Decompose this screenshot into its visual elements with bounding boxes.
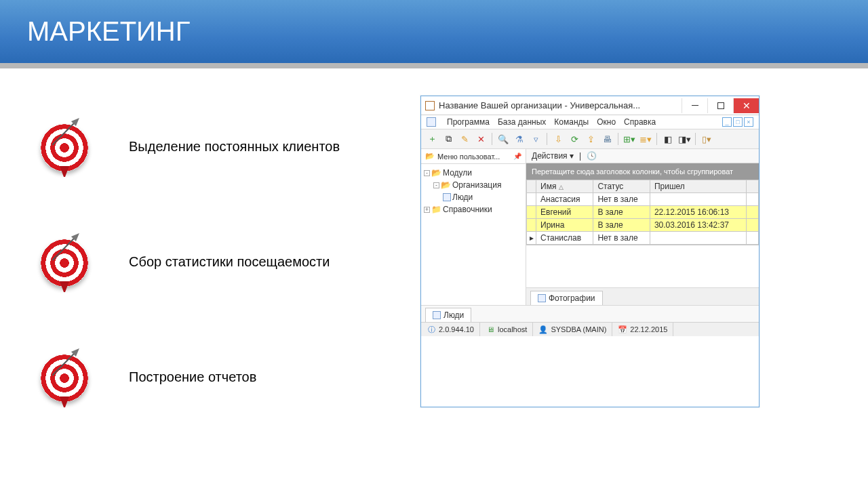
tab-people[interactable]: Люди: [425, 308, 471, 322]
table-row: ▸СтаниславНет в зале: [527, 232, 759, 245]
menu-item[interactable]: Команды: [554, 117, 589, 127]
sidebar: 📂 Меню пользоват... 📌 -📂Модули -📂Организ…: [421, 149, 526, 305]
col-status: Статус: [593, 180, 650, 193]
table-row: ИринаВ зале30.03.2016 13:42:37: [527, 219, 759, 232]
menu-item[interactable]: Программа: [447, 117, 490, 127]
pin-icon[interactable]: 📌: [513, 152, 521, 160]
bullet-text: Построение отчетов: [129, 369, 256, 385]
bullet-text: Сбор статистики посещаемости: [129, 254, 330, 270]
window-title: Название Вашей организации - Универсальн…: [439, 100, 682, 110]
titlebar[interactable]: Название Вашей организации - Универсальн…: [421, 96, 759, 115]
filter-button[interactable]: ⚗: [513, 132, 526, 146]
target-icon: [41, 346, 102, 407]
close-button[interactable]: ✕: [733, 98, 759, 113]
status-version: ⓘ2.0.944.10: [421, 323, 480, 336]
action2-button[interactable]: ◨▾: [677, 132, 691, 146]
tree-node-references[interactable]: +📁Справочники: [424, 203, 523, 216]
target-icon: [41, 116, 102, 177]
menu-item[interactable]: База данных: [498, 117, 546, 127]
toolbar: ＋ ⧉ ✎ ✕ 🔍 ⚗ ▿ ⇩ ⟳ ⇪ 🖶 ⊞▾ ≣▾ ◧ ◨▾ ▯▾: [421, 129, 759, 149]
tab-photos[interactable]: Фотографии: [530, 291, 603, 305]
document-icon: [427, 117, 436, 127]
statusbar: ⓘ2.0.944.10 🖥localhost 👤SYSDBA (MAIN) 📅2…: [421, 322, 759, 336]
detail-tabs: Фотографии: [526, 287, 759, 305]
application-window: Название Вашей организации - Универсальн…: [420, 96, 760, 407]
app-icon: [425, 101, 435, 110]
edit-button[interactable]: ✎: [458, 132, 471, 146]
menubar: Программа База данных Команды Окно Справ…: [421, 115, 759, 129]
bottom-tabs: Люди: [421, 305, 759, 322]
status-user: 👤SYSDBA (MAIN): [533, 323, 612, 336]
action1-button[interactable]: ◧: [661, 132, 675, 146]
mdi-buttons[interactable]: _□×: [722, 117, 753, 127]
main-panel: Действия ▾ | 🕓 Перетащите сюда заголовок…: [526, 149, 759, 305]
refresh-button[interactable]: ⟳: [568, 132, 581, 146]
tree-node-organization[interactable]: -📂Организация: [424, 179, 523, 191]
col-arrived: Пришел: [650, 180, 746, 193]
print-button[interactable]: 🖶: [600, 132, 614, 146]
maximize-button[interactable]: [707, 98, 733, 113]
sidebar-header: 📂 Меню пользоват... 📌: [421, 149, 526, 164]
tree-node-people[interactable]: Люди: [424, 191, 523, 203]
bullet-list: Выделение постоянных клиентов Сбор стати…: [41, 96, 393, 407]
col-name: Имя △: [536, 180, 593, 193]
folder-icon: 📂: [425, 152, 435, 161]
bullet-item: Построение отчетов: [41, 346, 393, 407]
import-button[interactable]: ⇩: [551, 132, 565, 146]
group-panel[interactable]: Перетащите сюда заголовок колонки, чтобы…: [526, 163, 759, 180]
funnel-button[interactable]: ▿: [529, 132, 542, 146]
status-date: 📅22.12.2015: [612, 323, 673, 336]
menu-item[interactable]: Справка: [624, 117, 656, 127]
minimize-button[interactable]: [682, 98, 707, 113]
bullet-item: Выделение постоянных клиентов: [41, 116, 393, 177]
slide-title: МАРКЕТИНГ: [0, 0, 868, 68]
sidebar-title: Меню пользоват...: [437, 152, 500, 161]
menu-item[interactable]: Окно: [597, 117, 616, 127]
actions-dropdown[interactable]: Действия ▾: [532, 151, 574, 161]
tree-node-modules[interactable]: -📂Модули: [424, 167, 523, 179]
delete-button[interactable]: ✕: [474, 132, 488, 146]
target-icon: [41, 231, 102, 292]
book-button[interactable]: ▯▾: [700, 132, 713, 146]
copy-button[interactable]: ⧉: [441, 132, 455, 146]
status-host: 🖥localhost: [480, 323, 533, 336]
actions-bar: Действия ▾ | 🕓: [526, 149, 759, 163]
table-row: ЕвгенийВ зале22.12.2015 16:06:13: [527, 206, 759, 219]
search-button[interactable]: 🔍: [496, 132, 510, 146]
bullet-item: Сбор статистики посещаемости: [41, 231, 393, 292]
data-grid[interactable]: Имя △ Статус Пришел АнастасияНет в зале …: [526, 180, 759, 245]
report-button[interactable]: ≣▾: [639, 132, 652, 146]
bullet-text: Выделение постоянных клиентов: [129, 139, 340, 155]
export-button[interactable]: ⇪: [584, 132, 597, 146]
excel-button[interactable]: ⊞▾: [623, 132, 636, 146]
tree: -📂Модули -📂Организация Люди +📁Справочник…: [421, 164, 526, 218]
clock-icon[interactable]: 🕓: [587, 151, 597, 161]
add-button[interactable]: ＋: [425, 132, 439, 146]
table-row: АнастасияНет в зале: [527, 193, 759, 206]
